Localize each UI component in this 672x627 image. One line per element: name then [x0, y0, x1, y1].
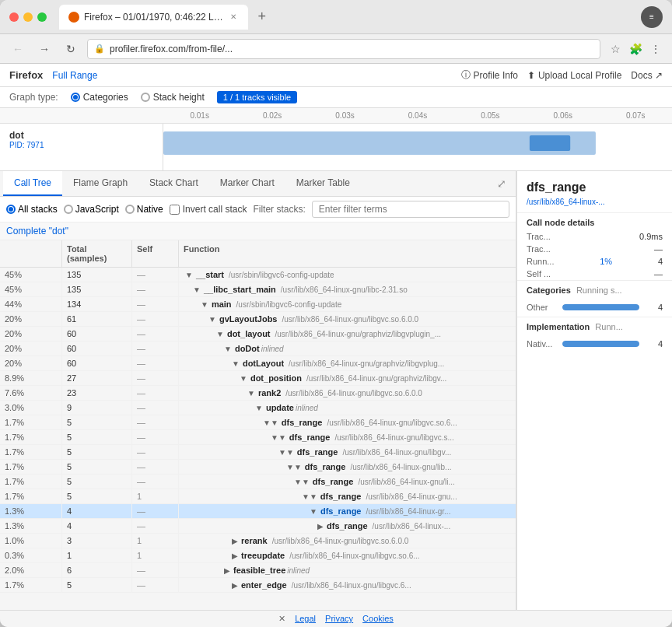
func-path: /usr/lib/x86_64-linux-gr... [366, 507, 450, 516]
table-row[interactable]: 20% 61 — ▼ gvLayoutJobs /usr/lib/x86_64-… [0, 312, 516, 327]
docs-button[interactable]: Docs ↗ [631, 70, 663, 81]
expand-arrow[interactable]: ▶ [232, 537, 238, 545]
expand-arrow[interactable]: ▼ [240, 374, 247, 383]
table-row[interactable]: 0.3% 1 1 ▶ treeupdate /usr/lib/x86_64-li… [0, 548, 516, 563]
table-row[interactable]: 20% 60 — ▼ dot_layout /usr/lib/x86_64-li… [0, 327, 516, 342]
ruler-tick-7: 0.07s [600, 111, 672, 120]
bookmark-icon[interactable]: ☆ [607, 40, 624, 58]
table-row[interactable]: 1.7% 5 1 ▼▼ dfs_range /usr/lib/x86_64-li… [0, 489, 516, 504]
func-name: update [266, 403, 294, 412]
table-row[interactable]: 45% 135 — ▼ __start /usr/sbin/libgvc6-co… [0, 268, 516, 282]
td-self: — [132, 563, 179, 577]
filter-input[interactable] [312, 201, 509, 218]
expand-arrow[interactable]: ▶ [224, 566, 230, 575]
table-row[interactable]: 7.6% 23 — ▼ rank2 /usr/lib/x86_64-linux-… [0, 386, 516, 401]
td-self: — [132, 519, 179, 533]
categories-section-title: Categories Running s... [517, 280, 672, 298]
table-row[interactable]: 1.7% 5 — ▼▼ dfs_range /usr/lib/x86_64-li… [0, 475, 516, 489]
table-row[interactable]: 1.7% 5 — ▼▼ dfs_range /usr/lib/x86_64-li… [0, 415, 516, 430]
expand-arrow[interactable]: ▼▼ [302, 492, 317, 501]
table-row[interactable]: 1.3% 4 — ▼ dfs_range /usr/lib/x86_64-lin… [0, 504, 516, 519]
tab-marker-chart[interactable]: Marker Chart [209, 171, 285, 196]
reload-button[interactable]: ↻ [61, 39, 81, 59]
tab-call-tree[interactable]: Call Tree [3, 171, 62, 196]
footer-privacy-link[interactable]: Privacy [325, 614, 353, 624]
expand-arrow[interactable]: ▼▼ [263, 419, 278, 427]
tab-close-icon[interactable]: ✕ [228, 12, 239, 23]
table-row[interactable]: 44% 134 — ▼ main /usr/sbin/libgvc6-confi… [0, 297, 516, 312]
table-row[interactable]: 1.3% 4 — ▶ dfs_range /usr/lib/x86_64-lin… [0, 519, 516, 534]
expand-arrow[interactable]: ▼ [185, 271, 193, 279]
new-tab-button[interactable]: + [251, 6, 273, 28]
expand-arrow[interactable]: ▼▼ [294, 478, 310, 486]
native-radio[interactable]: Native [125, 204, 163, 215]
expand-arrow[interactable]: ▼ [224, 345, 232, 353]
timeline-graph[interactable] [163, 124, 672, 170]
tab-flame-graph[interactable]: Flame Graph [62, 171, 138, 196]
stack-height-radio[interactable]: Stack height [141, 92, 205, 103]
footer-legal-link[interactable]: Legal [295, 614, 316, 624]
expand-arrow[interactable]: ▼ [201, 300, 208, 309]
td-total: 5 [62, 578, 132, 592]
table-row[interactable]: 8.9% 27 — ▼ dot_position /usr/lib/x86_64… [0, 371, 516, 386]
td-function: ▶ rerank /usr/lib/x86_64-linux-gnu/libgv… [179, 534, 516, 548]
expand-arrow[interactable]: ▼ [208, 315, 216, 324]
upload-button[interactable]: ⬆ Upload Local Profile [527, 70, 621, 81]
detail-row-runn: Runn... 1% 4 [517, 255, 672, 268]
javascript-radio[interactable]: JavaScript [64, 204, 119, 215]
category-other-row: Other 4 [517, 301, 672, 314]
td-pct: 2.0% [0, 563, 62, 577]
tab-marker-table[interactable]: Marker Table [285, 171, 361, 196]
full-range-link[interactable]: Full Range [52, 70, 97, 81]
table-row[interactable]: 1.7% 5 — ▶ enter_edge /usr/lib/x86_64-li… [0, 578, 516, 593]
footer-close-icon[interactable]: ✕ [278, 614, 285, 624]
profile-info-button[interactable]: ⓘ Profile Info [461, 68, 518, 82]
timeline-label: dot PID: 7971 [0, 124, 163, 170]
tab-stack-chart[interactable]: Stack Chart [138, 171, 209, 196]
fullscreen-button[interactable] [37, 12, 47, 22]
table-row[interactable]: 1.7% 5 — ▼▼ dfs_range /usr/lib/x86_64-li… [0, 430, 516, 445]
expand-arrow[interactable]: ▼▼ [271, 433, 286, 442]
table-row[interactable]: 45% 135 — ▼ __libc_start_main /usr/lib/x… [0, 282, 516, 297]
table-row[interactable]: 1.7% 5 — ▼▼ dfs_range /usr/lib/x86_64-li… [0, 445, 516, 460]
categories-radio[interactable]: Categories [71, 92, 128, 103]
func-path: /usr/lib/x86_64-linux-gnu/libc-2.31.so [281, 285, 408, 294]
back-button[interactable]: ← [8, 39, 28, 59]
td-function: ▼ __libc_start_main /usr/lib/x86_64-linu… [179, 282, 516, 296]
menu-icon[interactable]: ⋮ [647, 40, 664, 58]
minimize-button[interactable] [23, 12, 33, 22]
expand-arrow[interactable]: ▶ [232, 552, 238, 560]
func-name: rerank [241, 536, 268, 545]
footer-cookies-link[interactable]: Cookies [362, 614, 394, 624]
expand-arrow[interactable]: ▼ [247, 389, 255, 398]
expand-arrow[interactable]: ▼▼ [278, 448, 294, 457]
table-row[interactable]: 20% 60 — ▼ doDot inlined [0, 342, 516, 356]
expand-arrow[interactable]: ▼ [216, 330, 224, 338]
invert-checkbox[interactable]: Invert call stack [170, 204, 247, 215]
expand-arrow[interactable]: ▶ [317, 522, 324, 531]
expand-arrow[interactable]: ▼▼ [286, 463, 302, 471]
close-button[interactable] [9, 12, 19, 22]
tab-expand-button[interactable]: ⤢ [491, 174, 513, 193]
table-row[interactable]: 1.7% 5 — ▼▼ dfs_range /usr/lib/x86_64-li… [0, 460, 516, 475]
expand-arrow[interactable]: ▼ [232, 359, 240, 368]
invert-checkbox-input[interactable] [170, 205, 180, 215]
table-row[interactable]: 1.0% 3 1 ▶ rerank /usr/lib/x86_64-linux-… [0, 534, 516, 548]
call-tree-table[interactable]: Total (samples) Self Function 45% 135 — … [0, 240, 516, 610]
tracks-badge[interactable]: 1 / 1 tracks visible [217, 91, 297, 103]
window-menu-button[interactable]: ≡ [641, 6, 663, 28]
extensions-icon[interactable]: 🧩 [627, 40, 644, 58]
forward-button[interactable]: → [34, 39, 54, 59]
table-row[interactable]: 2.0% 6 — ▶ feasible_tree inlined [0, 563, 516, 578]
detail-value-pct: 1% [600, 257, 612, 266]
table-row[interactable]: 3.0% 9 — ▼ update inlined [0, 401, 516, 415]
address-bar[interactable]: 🔒 profiler.firefox.com/from-file/... [87, 39, 600, 59]
expand-arrow[interactable]: ▼ [193, 285, 201, 294]
all-stacks-radio[interactable]: All stacks [6, 204, 58, 215]
active-tab[interactable]: Firefox – 01/01/1970, 0:46:22 L… ✕ [59, 5, 248, 30]
expand-arrow[interactable]: ▶ [232, 581, 238, 590]
expand-arrow[interactable]: ▼ [310, 507, 317, 516]
table-row[interactable]: 20% 60 — ▼ dotLayout /usr/lib/x86_64-lin… [0, 356, 516, 371]
expand-arrow[interactable]: ▼ [255, 404, 263, 412]
complete-dot-link[interactable]: Complete "dot" [6, 226, 68, 236]
